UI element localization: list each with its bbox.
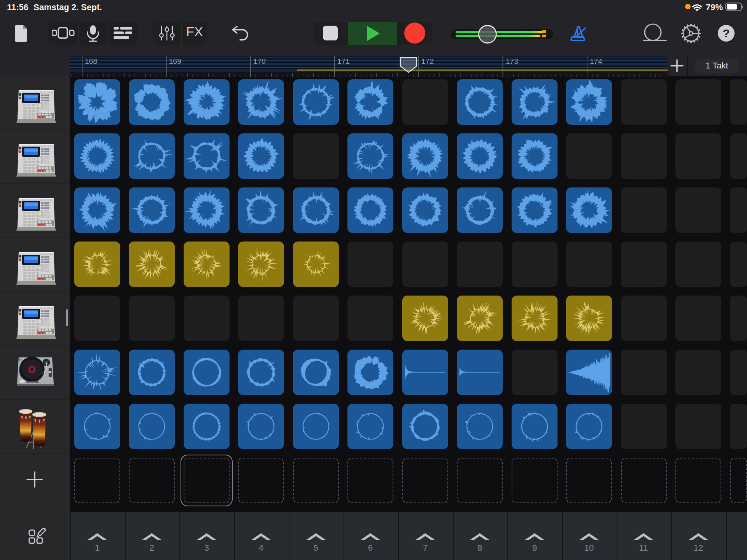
svg-text:168: 168 — [85, 57, 97, 65]
svg-text:171: 171 — [337, 57, 350, 65]
svg-text:170: 170 — [253, 57, 266, 65]
svg-text:169: 169 — [169, 57, 181, 65]
svg-text:172: 172 — [421, 57, 434, 65]
svg-text:79%: 79% — [706, 2, 723, 12]
svg-text:174: 174 — [590, 57, 602, 65]
svg-text:173: 173 — [506, 57, 518, 65]
